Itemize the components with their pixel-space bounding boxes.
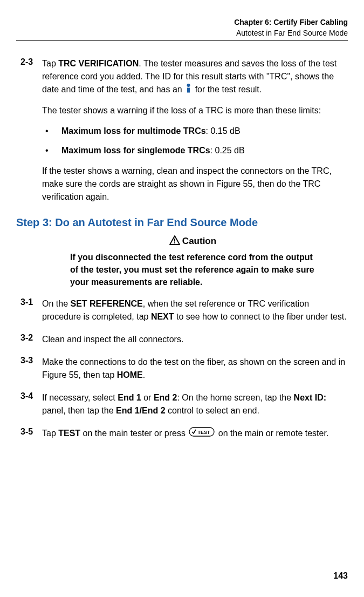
svg-text:TEST: TEST (198, 430, 211, 435)
step-3-1: 3-1 On the SET REFERENCE, when the set r… (16, 297, 348, 323)
paragraph: Make the connections to do the test on t… (42, 356, 348, 382)
page-number: 143 (333, 571, 348, 581)
caution-text: If you disconnected the test reference c… (70, 251, 315, 289)
step-body: If necessary, select End 1 or End 2: On … (42, 391, 348, 417)
svg-rect-4 (174, 242, 175, 243)
bullet-list: • Maximum loss for multimode TRCs: 0.15 … (45, 125, 348, 157)
paragraph: On the SET REFERENCE, when the set refer… (42, 297, 348, 323)
paragraph: If necessary, select End 1 or End 2: On … (42, 391, 348, 417)
step-body: Clean and inspect the all connectors. (42, 333, 348, 346)
step-3-heading: Step 3: Do an Autotest in Far End Source… (16, 216, 348, 229)
svg-point-0 (187, 84, 190, 87)
step-3-3: 3-3 Make the connections to do the test … (16, 356, 348, 382)
step-number: 3-2 (16, 333, 42, 346)
paragraph: Tap TEST on the main tester or press TES… (42, 427, 348, 440)
step-3-2: 3-2 Clean and inspect the all connectors… (16, 333, 348, 346)
step-body: Make the connections to do the test on t… (42, 356, 348, 382)
warning-icon (169, 235, 180, 248)
bullet-marker: • (45, 125, 61, 138)
step-3-4: 3-4 If necessary, select End 1 or End 2:… (16, 391, 348, 417)
caution-title: Caution (70, 235, 315, 248)
step-body: Tap TRC VERIFICATION. The tester measure… (42, 57, 348, 203)
step-number: 3-4 (16, 391, 42, 417)
step-number: 2-3 (16, 57, 42, 203)
paragraph: Tap TRC VERIFICATION. The tester measure… (42, 57, 348, 97)
step-number: 3-1 (16, 297, 42, 323)
list-item: • Maximum loss for multimode TRCs: 0.15 … (45, 125, 348, 138)
step-body: Tap TEST on the main tester or press TES… (42, 427, 348, 440)
step-number: 3-3 (16, 356, 42, 382)
step-body: On the SET REFERENCE, when the set refer… (42, 297, 348, 323)
chapter-title: Chapter 6: Certify Fiber Cabling (16, 17, 348, 28)
bullet-marker: • (45, 144, 61, 157)
step-3-5: 3-5 Tap TEST on the main tester or press… (16, 427, 348, 440)
svg-rect-3 (174, 239, 175, 242)
paragraph: The tester shows a warning if the loss o… (42, 104, 348, 117)
paragraph: Clean and inspect the all connectors. (42, 333, 348, 346)
header-rule (16, 40, 348, 41)
step-number: 3-5 (16, 427, 42, 440)
info-icon (186, 84, 191, 97)
section-title: Autotest in Far End Source Mode (16, 28, 348, 39)
step-2-3: 2-3 Tap TRC VERIFICATION. The tester mea… (16, 57, 348, 203)
page-header: Chapter 6: Certify Fiber Cabling Autotes… (16, 17, 348, 38)
caution-block: Caution If you disconnected the test ref… (70, 235, 315, 289)
paragraph: If the tester shows a warning, clean and… (42, 165, 348, 203)
svg-rect-1 (187, 87, 190, 92)
list-item: • Maximum loss for singlemode TRCs: 0.25… (45, 144, 348, 157)
test-button-icon: TEST (189, 427, 215, 440)
